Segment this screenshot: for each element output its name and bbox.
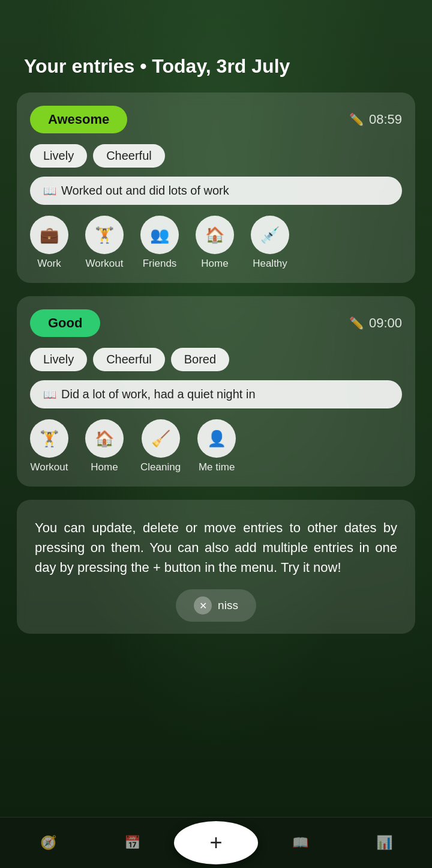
nav-explore[interactable]: 🧭 [6, 835, 90, 851]
activity-work[interactable]: 💼 Work [30, 216, 68, 270]
note-box-1: 📖 Worked out and did lots of work [30, 177, 402, 205]
mood-badge-good: Good [30, 309, 100, 337]
edit-icon-2[interactable]: ✏️ [349, 316, 364, 330]
activity-healthy[interactable]: 💉 Healthy [251, 216, 289, 270]
entry-time-1: 08:59 [369, 112, 402, 127]
activity-home-2[interactable]: 🏠 Home [85, 419, 124, 473]
activity-workout-2-icon: 🏋 [30, 419, 68, 458]
mood-badge-awesome: Awesome [30, 106, 127, 133]
tag-lively-2[interactable]: Lively [30, 348, 87, 371]
tip-text: You can update, delete or move entries t… [35, 518, 397, 577]
nav-journal[interactable]: 📖 [258, 835, 342, 851]
tag-bored[interactable]: Bored [171, 348, 229, 371]
edit-icon-1[interactable]: ✏️ [349, 112, 364, 127]
add-entry-button[interactable]: + [174, 821, 258, 864]
tags-row-2: Lively Cheerful Bored [30, 348, 402, 371]
dismiss-x-icon: ✕ [194, 596, 212, 615]
activity-work-icon: 💼 [30, 216, 68, 254]
note-icon-2: 📖 [43, 388, 56, 401]
entries-label: Your entries [24, 55, 134, 77]
activity-metime-icon: 👤 [197, 419, 236, 458]
activity-cleaning[interactable]: 🧹 Cleaning [140, 419, 181, 473]
note-text-1: Worked out and did lots of work [61, 184, 229, 198]
entry-card-1[interactable]: Awesome ✏️ 08:59 Lively Cheerful 📖 Worke… [17, 93, 415, 283]
card-time-area-1: ✏️ 08:59 [349, 112, 402, 127]
activity-metime[interactable]: 👤 Me time [197, 419, 236, 473]
note-text-2: Did a lot of work, had a quiet night in [61, 387, 256, 401]
calendar-icon: 📅 [124, 835, 140, 851]
activity-cleaning-label: Cleaning [140, 461, 181, 473]
date-label: Today, 3rd July [152, 55, 290, 77]
activity-healthy-icon: 💉 [251, 216, 289, 254]
nav-calendar[interactable]: 📅 [90, 835, 174, 851]
dismiss-label: niss [218, 599, 238, 612]
activity-home-2-icon: 🏠 [85, 419, 124, 458]
page-title: Your entries • Today, 3rd July [12, 49, 420, 93]
activity-home-1-label: Home [201, 258, 228, 270]
activity-work-label: Work [37, 258, 61, 270]
dismiss-row: ✕ niss [35, 589, 397, 622]
activity-workout-1[interactable]: 🏋 Workout [85, 216, 124, 270]
note-box-2: 📖 Did a lot of work, had a quiet night i… [30, 380, 402, 408]
journal-icon: 📖 [292, 835, 308, 851]
plus-icon: + [209, 830, 222, 855]
tag-cheerful-1[interactable]: Cheerful [93, 144, 165, 168]
activity-friends[interactable]: 👥 Friends [140, 216, 179, 270]
tag-cheerful-2[interactable]: Cheerful [93, 348, 165, 371]
tags-row-1: Lively Cheerful [30, 144, 402, 168]
nav-stats[interactable]: 📊 [342, 835, 426, 851]
card-header-2: Good ✏️ 09:00 [30, 309, 402, 337]
activities-row-1: 💼 Work 🏋 Workout 👥 Friends 🏠 Home 💉 Heal… [30, 216, 402, 270]
tag-lively-1[interactable]: Lively [30, 144, 87, 168]
note-icon-1: 📖 [43, 184, 56, 198]
compass-icon: 🧭 [40, 835, 56, 851]
activity-workout-2-label: Workout [31, 461, 68, 473]
bottom-nav: 🧭 📅 + 📖 📊 [0, 817, 432, 868]
activity-home-2-label: Home [91, 461, 118, 473]
stats-icon: 📊 [376, 835, 392, 851]
activity-friends-label: Friends [143, 258, 177, 270]
activities-row-2: 🏋 Workout 🏠 Home 🧹 Cleaning 👤 Me time [30, 419, 402, 473]
card-header-1: Awesome ✏️ 08:59 [30, 106, 402, 133]
activity-home-1-icon: 🏠 [196, 216, 234, 254]
entry-time-2: 09:00 [369, 315, 402, 331]
activity-home-1[interactable]: 🏠 Home [196, 216, 234, 270]
entry-card-2[interactable]: Good ✏️ 09:00 Lively Cheerful Bored 📖 Di… [17, 296, 415, 487]
activity-healthy-label: Healthy [253, 258, 287, 270]
activity-friends-icon: 👥 [140, 216, 179, 254]
tip-box: You can update, delete or move entries t… [17, 500, 415, 634]
activity-cleaning-icon: 🧹 [142, 419, 180, 458]
card-time-area-2: ✏️ 09:00 [349, 315, 402, 331]
activity-workout-1-icon: 🏋 [85, 216, 124, 254]
activity-metime-label: Me time [199, 461, 235, 473]
dismiss-button[interactable]: ✕ niss [176, 589, 256, 622]
activity-workout-2[interactable]: 🏋 Workout [30, 419, 68, 473]
activity-workout-1-label: Workout [86, 258, 124, 270]
